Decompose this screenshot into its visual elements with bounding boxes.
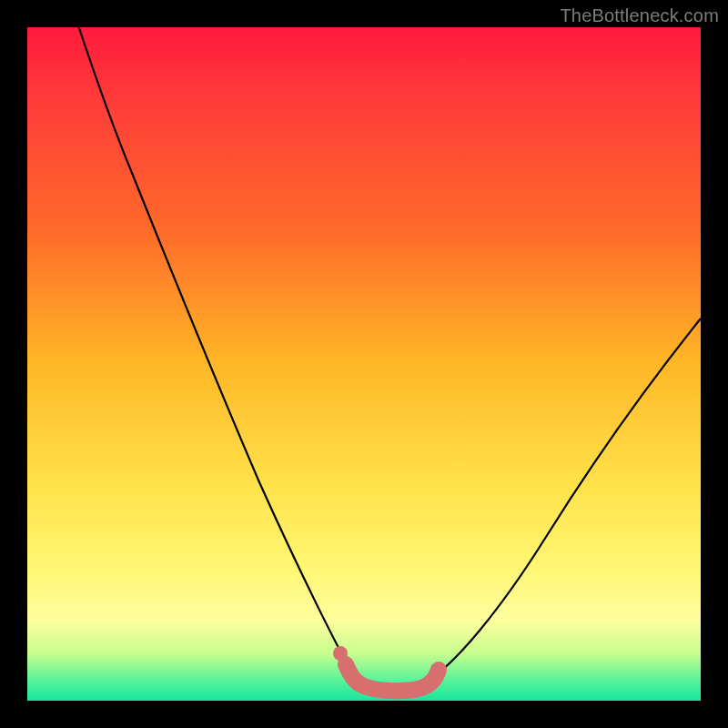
optimal-marker-dot: [333, 646, 348, 661]
chart-frame: TheBottleneck.com: [0, 0, 728, 728]
curve-right: [428, 318, 701, 681]
optimal-band: [346, 664, 439, 691]
watermark-text: TheBottleneck.com: [560, 5, 719, 26]
chart-overlay: [27, 27, 701, 701]
curve-left: [77, 23, 355, 678]
plot-area: [27, 27, 701, 701]
